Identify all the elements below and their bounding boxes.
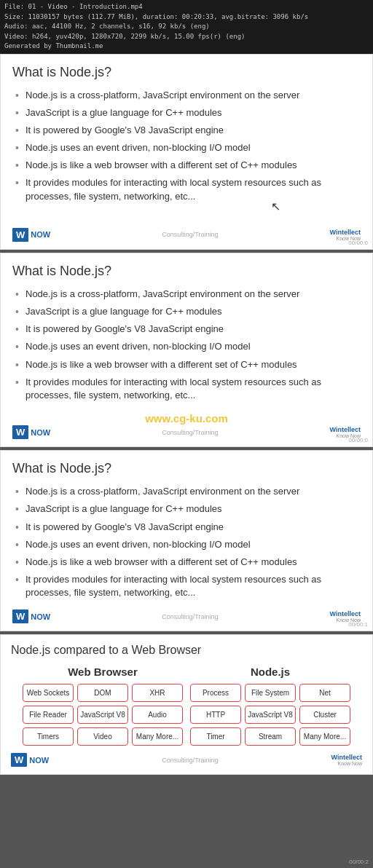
cursor-icon: ↖ (271, 200, 280, 213)
web-module-grid: Web Sockets DOM XHR File Reader JavaScri… (23, 684, 183, 746)
bullet-item: Node.js is like a web browser with a dif… (12, 556, 361, 569)
footer-center-4: Consulting/Training (162, 757, 218, 764)
slide-3: What is Node.js? Node.js is a cross-plat… (0, 450, 373, 631)
now-label-2: NOW (31, 428, 50, 437)
comparison-grid: Web Browser Web Sockets DOM XHR File Rea… (11, 666, 362, 746)
bullet-item: JavaScript is a glue language for C++ mo… (12, 502, 361, 516)
bullet-item: It provides modules for interacting with… (12, 376, 361, 402)
footer-center-1: Consulting/Training (162, 231, 218, 238)
footer-center-2: Consulting/Training (162, 429, 218, 436)
slide-2-title: What is Node.js? (12, 264, 361, 279)
slide-number-3: 00/00:1 (348, 621, 368, 628)
now-label-3: NOW (31, 612, 50, 621)
bullet-item: It is powered by Google's V8 JavaScript … (12, 521, 361, 534)
slide-1-title: What is Node.js? (12, 65, 361, 80)
bullet-item: Node.js is like a web browser with a dif… (12, 159, 361, 172)
module-process: Process (190, 684, 241, 702)
meta-line5: Generated by Thumbnail.me (4, 42, 369, 52)
module-video: Video (77, 727, 128, 746)
w-badge: W (12, 228, 28, 242)
meta-line3: Audio: aac, 44100 Hz, 2 channels, s16, 9… (4, 22, 369, 32)
bullet-item: Node.js is a cross-platform, JavaScript … (12, 485, 361, 498)
slide-number-2: 00/00:0 (348, 437, 368, 443)
module-stream: Stream (245, 727, 296, 746)
node-module-grid: Process File System Net HTTP JavaScript … (190, 684, 350, 746)
web-browser-column: Web Browser Web Sockets DOM XHR File Rea… (23, 666, 183, 746)
slide-3-footer: W NOW Consulting/Training Wintellect Kno… (12, 607, 361, 623)
slide-3-bullets: Node.js is a cross-platform, JavaScript … (12, 485, 361, 599)
bullet-item: It provides modules for interacting with… (12, 176, 361, 202)
module-cluster: Cluster (299, 706, 350, 724)
now-label-4: NOW (29, 756, 49, 765)
logo-left-1: W NOW (12, 228, 50, 242)
bullet-item: It is powered by Google's V8 JavaScript … (12, 124, 361, 137)
slide-4: Node.js compared to a Web Browser Web Br… (0, 634, 373, 775)
meta-bar: File: 01 - Video - Introduction.mp4 Size… (0, 0, 373, 54)
logo-left-4: W NOW (11, 753, 49, 767)
bullet-item: Node.js uses an event driven, non-blocki… (12, 538, 361, 551)
module-file-reader: File Reader (23, 706, 74, 724)
bullet-item: Node.js is a cross-platform, JavaScript … (12, 288, 361, 301)
meta-line2: Size: 11030157 bytes (112.77 MiB), durat… (4, 12, 369, 23)
module-timer: Timer (190, 727, 241, 746)
module-audio: Audio (132, 706, 183, 724)
module-http: HTTP (190, 706, 241, 724)
bullet-item: Node.js is like a web browser with a dif… (12, 358, 361, 371)
module-net: Net (299, 684, 350, 702)
w-badge-4: W (11, 753, 27, 767)
slide-3-title: What is Node.js? (12, 461, 361, 476)
slide-number-1: 00/00:0 (348, 240, 368, 246)
slide-2-footer: W NOW Consulting/Training Wintellect Kno… (12, 422, 361, 439)
module-js-v8-node: JavaScript V8 (245, 706, 296, 724)
module-many-more-node: Many More... (299, 727, 350, 746)
bullet-item: Node.js uses an event driven, non-blocki… (12, 141, 361, 154)
module-xhr: XHR (132, 684, 183, 702)
module-timers: Timers (23, 727, 74, 746)
slide-2: What is Node.js? Node.js is a cross-plat… (0, 253, 373, 447)
module-many-more-web: Many More... (132, 727, 183, 746)
bullet-item: It is powered by Google's V8 JavaScript … (12, 323, 361, 336)
bullet-item: Node.js uses an event driven, non-blocki… (12, 340, 361, 353)
logo-left-2: W NOW (12, 425, 50, 439)
slide-1-bullets: Node.js is a cross-platform, JavaScript … (12, 89, 361, 203)
slide-1: What is Node.js? Node.js is a cross-plat… (0, 54, 373, 250)
footer-center-3: Consulting/Training (162, 613, 218, 620)
slide-4-footer: W NOW Consulting/Training Wintellect Kno… (11, 753, 362, 767)
logo-right-4: Wintellect Know Now (331, 754, 362, 766)
bullet-item: JavaScript is a glue language for C++ mo… (12, 305, 361, 318)
nodejs-header: Node.js (190, 666, 350, 678)
module-js-v8-web: JavaScript V8 (77, 706, 128, 724)
bullet-item: JavaScript is a glue language for C++ mo… (12, 106, 361, 119)
nodejs-column: Node.js Process File System Net HTTP Jav… (190, 666, 350, 746)
slide-4-title: Node.js compared to a Web Browser (11, 644, 362, 657)
watermark: www.cg-ku.com (145, 412, 228, 425)
meta-line4: Video: h264, yuv420p, 1280x720, 2299 kb/… (4, 32, 369, 42)
slide-1-footer: W NOW Consulting/Training Wintellect Kno… (12, 225, 361, 242)
w-badge-3: W (12, 609, 28, 623)
slide-2-bullets: Node.js is a cross-platform, JavaScript … (12, 288, 361, 402)
web-browser-header: Web Browser (23, 666, 183, 678)
module-dom: DOM (77, 684, 128, 702)
module-web-sockets: Web Sockets (23, 684, 74, 702)
module-file-system: File System (245, 684, 296, 702)
w-badge-2: W (12, 425, 28, 439)
now-label: NOW (31, 230, 50, 239)
logo-left-3: W NOW (12, 609, 50, 623)
meta-line1: File: 01 - Video - Introduction.mp4 (4, 2, 369, 12)
bullet-item: Node.js is a cross-platform, JavaScript … (12, 89, 361, 102)
bullet-item: It provides modules for interacting with… (12, 573, 361, 599)
